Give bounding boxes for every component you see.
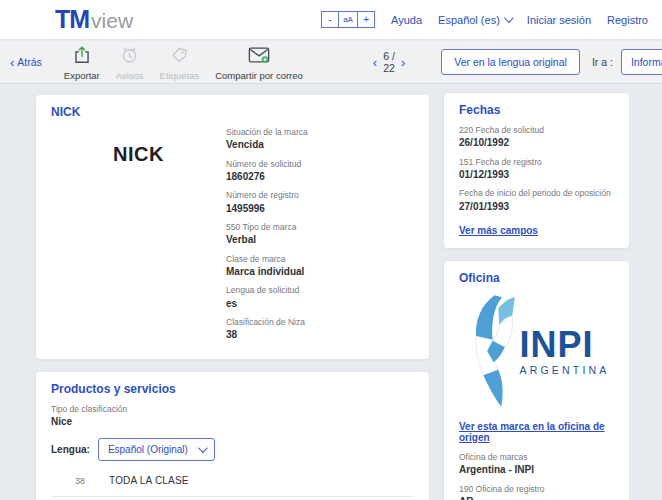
font-reset-button[interactable]: aA (339, 11, 357, 28)
help-link[interactable]: Ayuda (391, 14, 422, 26)
inpi-ribbon-logo (463, 293, 515, 411)
field-registration-date: 151 Fecha de registro 01/12/1993 (459, 157, 614, 182)
field-trademark-class: Clase de marca Marca individual (226, 254, 414, 279)
field-application-language: Lengua de solicitud es (226, 285, 414, 310)
goto-label: Ir a : (592, 56, 613, 68)
font-increase-button[interactable]: + (357, 11, 375, 28)
share-by-mail-button[interactable]: Compartir por correo (215, 44, 303, 81)
login-link[interactable]: Iniciar sesión (527, 14, 591, 26)
result-pager: ‹ 6 / 22 › (373, 50, 405, 74)
nice-class-description: TODA LA CLASE (109, 475, 189, 486)
mail-icon (248, 46, 270, 68)
field-trademark-status: Situación de la marca Vencida (226, 127, 414, 152)
trademark-representation: NICK (51, 127, 226, 349)
products-card-title: Productos y servicios (51, 382, 414, 396)
inpi-logo-text: INPI (519, 328, 609, 362)
view-original-language-button[interactable]: Ver en la lengua original (441, 49, 580, 75)
office-card-title: Oficina (459, 271, 614, 285)
field-classification-type: Tipo de clasificación Nice (51, 404, 414, 429)
font-decrease-button[interactable]: - (321, 11, 339, 28)
see-more-fields-link[interactable]: Ver más campos (459, 225, 538, 236)
dates-card: Fechas 220 Fecha de solicitud 26/10/1992… (443, 92, 630, 249)
goto-selected-value: Información sobre la marca (631, 56, 662, 68)
products-row: 38 TODA LA CLASE (51, 471, 414, 497)
view-in-origin-office-link[interactable]: Ver esta marca en la oficina de origen (459, 421, 614, 443)
nice-class-number: 38 (51, 475, 109, 486)
field-trademark-type: 550 Tipo de marca Verbal (226, 222, 414, 247)
field-nice-classification: Clasificación de Niza 38 (226, 317, 414, 342)
products-language-value: Español (Original) (108, 444, 188, 455)
back-label: Atrás (17, 56, 42, 68)
tags-label: Etiquetas (160, 70, 200, 81)
chevron-down-icon (504, 13, 514, 23)
field-registration-office: 190 Oficina de registro AR (459, 484, 614, 500)
alarm-icon (120, 45, 139, 68)
record-toolbar: ‹ Atrás Exportar Avisos Etiquetas Compar… (0, 41, 662, 84)
logo-view-text: view (91, 9, 133, 33)
chevron-down-icon (198, 443, 208, 453)
field-registration-number: Número de registro 1495996 (226, 190, 414, 215)
tag-icon (170, 45, 189, 68)
tags-button[interactable]: Etiquetas (160, 43, 200, 81)
export-icon (73, 45, 91, 68)
field-opposition-start-date: Fecha de inicio del periodo de oposición… (459, 188, 614, 213)
products-services-card: Productos y servicios Tipo de clasificac… (35, 371, 430, 500)
top-header: TM view - aA + Ayuda Español (es) Inicia… (0, 0, 662, 40)
font-size-controls: - aA + (321, 11, 375, 28)
field-application-date: 220 Fecha de solicitud 26/10/1992 (459, 125, 614, 150)
register-link[interactable]: Registro (607, 14, 648, 26)
chevron-right-icon[interactable]: › (401, 56, 405, 69)
field-trademark-office: Oficina de marcas Argentina - INPI (459, 452, 614, 477)
inpi-logo-subtext: ARGENTINA (519, 364, 609, 376)
inpi-argentina-logo: INPI ARGENTINA (459, 293, 614, 411)
main-content: NICK NICK Situación de la marca Vencida … (0, 84, 662, 500)
trademark-card: NICK NICK Situación de la marca Vencida … (35, 94, 430, 360)
pager-position: 6 / 22 (383, 50, 395, 74)
export-label: Exportar (64, 70, 100, 81)
language-row-label: Lengua: (51, 444, 90, 455)
back-button[interactable]: ‹ Atrás (10, 56, 42, 69)
tmview-logo[interactable]: TM view (55, 5, 133, 34)
chevron-left-icon[interactable]: ‹ (373, 56, 377, 69)
alerts-button[interactable]: Avisos (116, 43, 144, 81)
language-label: Español (es) (438, 14, 500, 26)
dates-card-title: Fechas (459, 103, 614, 117)
alerts-label: Avisos (116, 70, 144, 81)
trademark-word: NICK (113, 143, 164, 349)
office-card: Oficina INPI ARGENTINA Ver esta marca en… (443, 260, 630, 500)
share-label: Compartir por correo (215, 70, 303, 81)
chevron-left-icon: ‹ (10, 56, 14, 69)
goto-section-select[interactable]: Información sobre la marca (621, 49, 662, 75)
logo-tm-text: TM (55, 5, 89, 34)
trademark-card-title: NICK (51, 105, 414, 119)
export-button[interactable]: Exportar (64, 43, 100, 81)
language-selector[interactable]: Español (es) (438, 14, 511, 26)
field-application-number: Número de solicitud 1860276 (226, 159, 414, 184)
products-language-select[interactable]: Español (Original) (98, 438, 215, 461)
